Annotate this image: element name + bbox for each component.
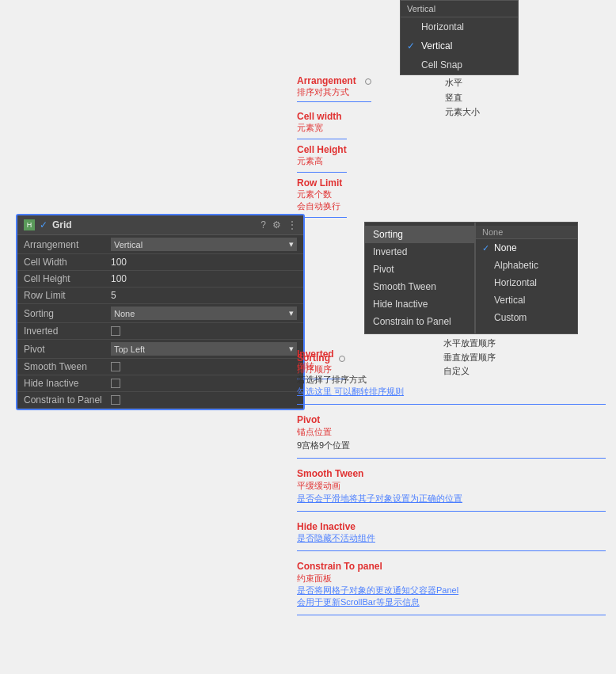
sorting-dropdown-btn[interactable]: None ▾ [111, 307, 297, 320]
arrangement-dropdown[interactable]: Vertical ▾ [111, 238, 297, 251]
inverted-ann-cn: 倒转 [297, 360, 606, 373]
inverted-ann-desc-1: 若选择了排序方式 [297, 373, 606, 387]
help-icon[interactable]: ? [260, 219, 266, 230]
hide-inactive-item[interactable]: Hide Inactive [365, 295, 474, 313]
horizontal-option[interactable]: Horizontal [401, 17, 518, 36]
constrain-ann-desc-2: 会用于更新ScrollBar等显示信息 [297, 596, 606, 608]
cell-width-cn: 元素宽 [297, 122, 347, 134]
row-limit-row-label: Row Limit [24, 290, 111, 301]
inverted-checkbox[interactable] [111, 326, 120, 336]
horizontal-sort-check [482, 278, 490, 287]
row-limit-block: Row Limit 元素个数 会自动换行 [297, 177, 347, 218]
constrain-ann-desc-1: 是否将网格子对象的更改通知父容器Panel [297, 585, 606, 596]
horizontal-sort-option[interactable]: Horizontal [476, 274, 577, 291]
inverted-row: Inverted [17, 323, 303, 340]
vertical-label: Vertical [421, 40, 452, 51]
row-limit-cn-1: 元素个数 [297, 188, 347, 200]
vertical-dropdown-header: Vertical [401, 1, 518, 17]
cell-width-row: Cell Width 100 [17, 254, 303, 271]
smooth-tween-ann-cn: 平缓缓动画 [297, 479, 606, 493]
arrangement-cn-option-1: 竖直 [445, 90, 480, 105]
inverted-ann-title: Inverted [297, 348, 606, 360]
constrain-panel-checkbox[interactable] [111, 395, 120, 405]
row-limit-cn-2: 会自动换行 [297, 200, 347, 212]
inverted-ann-desc-2: 勾选这里 可以翻转排序规则 [297, 386, 606, 398]
pivot-item[interactable]: Pivot [365, 261, 474, 278]
cellsnap-label: Cell Snap [421, 59, 462, 70]
arrangement-cn-options: 水平 竖直 元素大小 [445, 75, 480, 120]
alphabetic-option[interactable]: Alphabetic [476, 257, 577, 274]
cellsnap-check [407, 59, 416, 70]
vertical-sort-option[interactable]: Vertical [476, 291, 577, 309]
sorting-arrow: ▾ [289, 308, 294, 318]
cell-height-block: Cell Height 元素高 [297, 144, 347, 173]
pivot-value: Top Left [114, 345, 145, 354]
top-field-annotations: Cell width 元素宽 Cell Height 元素高 Row Limit… [297, 111, 347, 223]
panel-check: ✓ [40, 219, 48, 230]
grid-icon: H [24, 219, 35, 230]
cell-height-row-label: Cell Height [24, 273, 111, 284]
hide-inactive-ann-title: Hide Inactive [297, 521, 606, 532]
cell-height-value: 100 [111, 273, 297, 284]
arrangement-arrow: ▾ [289, 239, 294, 249]
inverted-annotation: Inverted 倒转 若选择了排序方式 勾选这里 可以翻转排序规则 [297, 348, 606, 405]
arrangement-row-label: Arrangement [24, 239, 111, 250]
smooth-tween-ann-desc: 是否会平滑地将其子对象设置为正确的位置 [297, 493, 606, 505]
constrain-ann-cn: 约束面板 [297, 572, 606, 585]
smooth-tween-label: Smooth Tween [24, 361, 111, 372]
vertical-sort-label: Vertical [494, 295, 525, 306]
pivot-row-label: Pivot [24, 344, 111, 355]
pivot-annotation: Pivot 锚点位置 9宫格9个位置 [297, 414, 606, 459]
arrangement-en-label: Arrangement [297, 75, 356, 86]
smooth-tween-ann-title: Smooth Tween [297, 468, 606, 479]
cell-width-block: Cell width 元素宽 [297, 111, 347, 139]
menu-icon[interactable]: ⋮ [287, 219, 297, 230]
custom-option[interactable]: Custom [476, 309, 577, 326]
constrain-panel-item[interactable]: Constrain to Panel [365, 313, 474, 330]
custom-check [482, 313, 490, 322]
vertical-sort-check [482, 295, 490, 305]
constrain-panel-row: Constrain to Panel [17, 392, 303, 409]
alphabetic-label: Alphabetic [494, 260, 538, 271]
row-limit-row: Row Limit 5 [17, 287, 303, 304]
panel-header: H ✓ Grid ? ⚙ ⋮ [17, 215, 303, 235]
arrangement-annotation: Arrangement 排序对其方式 [297, 75, 371, 107]
smooth-tween-item[interactable]: Smooth Tween [365, 278, 474, 295]
smooth-tween-checkbox[interactable] [111, 362, 120, 371]
sorting-right-panel[interactable]: None ✓ None Alphabetic Horizontal Vertic… [475, 222, 578, 334]
sorting-item[interactable]: Sorting [365, 226, 474, 243]
vertical-option[interactable]: ✓ Vertical [401, 36, 518, 55]
lower-annotations: Inverted 倒转 若选择了排序方式 勾选这里 可以翻转排序规则 Pivot… [297, 348, 606, 625]
custom-label: Custom [494, 312, 527, 323]
cellsnap-option[interactable]: Cell Snap [401, 55, 518, 74]
arrangement-dot [365, 78, 371, 85]
cell-height-cn: 元素高 [297, 155, 347, 167]
pivot-ann-desc: 9宫格9个位置 [297, 439, 606, 452]
sorting-value: None [114, 309, 135, 318]
panel-actions: ? ⚙ ⋮ [260, 219, 297, 230]
settings-icon[interactable]: ⚙ [272, 219, 281, 230]
sorting-row-label: Sorting [24, 308, 111, 319]
vertical-dropdown[interactable]: Vertical Horizontal ✓ Vertical Cell Snap [400, 0, 519, 75]
sorting-row: Sorting None ▾ [17, 304, 303, 323]
sorting-left-panel: Sorting Inverted Pivot Smooth Tween Hide… [364, 222, 475, 334]
hide-inactive-checkbox[interactable] [111, 379, 120, 388]
hide-inactive-annotation: Hide Inactive 是否隐藏不活动组件 [297, 521, 606, 551]
none-label: None [494, 242, 517, 253]
alphabetic-check [482, 261, 490, 270]
row-limit-en: Row Limit [297, 177, 347, 188]
none-option[interactable]: ✓ None [476, 239, 577, 257]
main-panel: H ✓ Grid ? ⚙ ⋮ Arrangement Vertical ▾ Ce… [16, 214, 305, 410]
smooth-tween-row: Smooth Tween [17, 359, 303, 375]
horizontal-sort-label: Horizontal [494, 277, 537, 288]
arrangement-cn-option-2: 元素大小 [445, 105, 480, 120]
arrangement-cn-option-0: 水平 [445, 75, 480, 90]
sorting-dropdown[interactable]: Sorting Inverted Pivot Smooth Tween Hide… [364, 222, 578, 334]
cell-height-en: Cell Height [297, 144, 347, 155]
pivot-ann-cn: 锚点位置 [297, 425, 606, 439]
pivot-dropdown[interactable]: Top Left ▾ [111, 342, 297, 356]
sorting-right-header: None [476, 226, 577, 239]
vertical-check: ✓ [407, 40, 416, 51]
inverted-item[interactable]: Inverted [365, 243, 474, 261]
pivot-row: Pivot Top Left ▾ [17, 340, 303, 359]
